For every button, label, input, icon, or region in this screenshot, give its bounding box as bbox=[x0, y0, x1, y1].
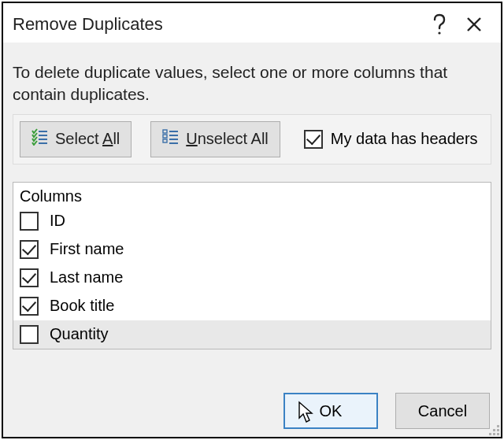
title-bar: Remove Duplicates bbox=[3, 3, 501, 43]
column-checkbox[interactable] bbox=[20, 240, 39, 259]
column-label: First name bbox=[50, 240, 124, 258]
dialog-footer: OK Cancel bbox=[3, 379, 501, 437]
dialog-title: Remove Duplicates bbox=[13, 14, 422, 35]
help-button[interactable] bbox=[422, 7, 457, 42]
column-checkbox[interactable] bbox=[20, 268, 39, 287]
column-label: ID bbox=[50, 212, 65, 230]
close-button[interactable] bbox=[457, 7, 491, 42]
columns-header: Columns bbox=[13, 183, 491, 207]
my-data-has-headers[interactable]: My data has headers bbox=[304, 130, 478, 149]
column-label: Last name bbox=[50, 268, 123, 287]
select-all-button[interactable]: Select All bbox=[20, 121, 132, 157]
cancel-label: Cancel bbox=[418, 402, 467, 420]
ok-button[interactable]: OK bbox=[284, 393, 378, 429]
column-row[interactable]: Quantity bbox=[13, 320, 491, 349]
column-checkbox[interactable] bbox=[20, 325, 39, 344]
svg-point-0 bbox=[438, 31, 440, 34]
svg-rect-12 bbox=[163, 135, 167, 138]
svg-rect-13 bbox=[163, 139, 167, 142]
svg-rect-11 bbox=[163, 130, 167, 133]
select-all-icon bbox=[32, 128, 49, 150]
column-row[interactable]: ID bbox=[13, 207, 491, 235]
column-checkbox[interactable] bbox=[20, 297, 39, 316]
column-row[interactable]: Last name bbox=[13, 264, 491, 292]
unselect-all-label: Unselect All bbox=[186, 130, 269, 148]
column-label: Quantity bbox=[50, 325, 108, 343]
cancel-button[interactable]: Cancel bbox=[395, 393, 490, 429]
instruction-text: To delete duplicate values, select one o… bbox=[13, 61, 491, 106]
resize-grip[interactable] bbox=[487, 423, 499, 435]
cursor-icon bbox=[298, 401, 315, 424]
headers-label: My data has headers bbox=[331, 130, 478, 148]
unselect-all-button[interactable]: Unselect All bbox=[150, 121, 280, 157]
column-label: Book title bbox=[50, 297, 114, 315]
unselect-all-icon bbox=[162, 128, 180, 150]
headers-checkbox[interactable] bbox=[304, 130, 323, 149]
remove-duplicates-dialog: Remove Duplicates To delete duplicate va… bbox=[2, 2, 502, 438]
columns-list: IDFirst nameLast nameBook titleQuantity bbox=[13, 207, 491, 349]
ok-label: OK bbox=[320, 402, 343, 420]
toolbar: Select All Unselect All bbox=[13, 114, 491, 165]
select-all-label: Select All bbox=[55, 130, 120, 148]
column-row[interactable]: First name bbox=[13, 235, 491, 264]
column-row[interactable]: Book title bbox=[13, 292, 491, 320]
columns-panel: Columns IDFirst nameLast nameBook titleQ… bbox=[13, 182, 491, 349]
column-checkbox[interactable] bbox=[20, 212, 39, 231]
